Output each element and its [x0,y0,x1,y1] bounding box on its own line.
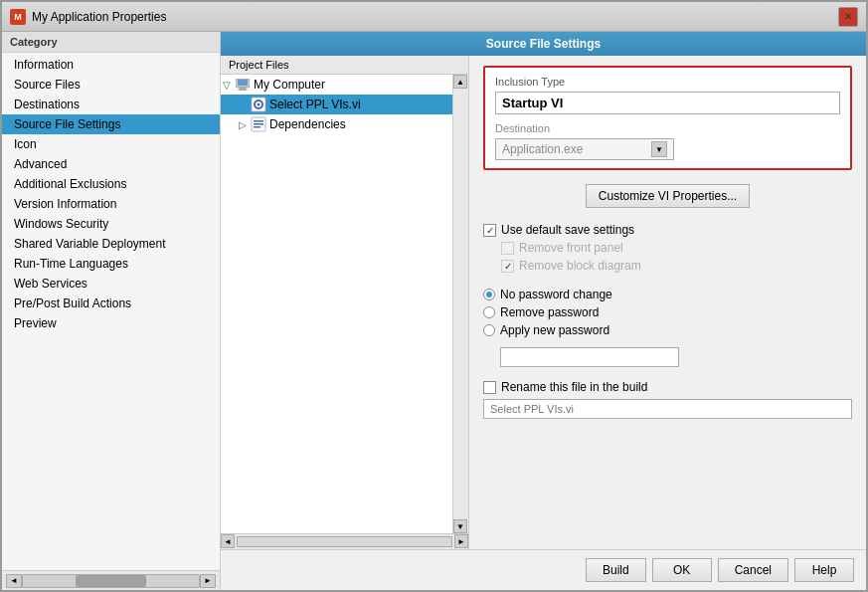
destination-select[interactable]: Application.exe ▼ [495,138,674,160]
project-files-header: Project Files [221,56,468,75]
settings-pane: Inclusion Type Startup VI Destination Ap… [469,56,866,549]
svg-rect-3 [238,90,248,91]
startup-vi-value: Startup VI [495,92,840,114]
sidebar-item-icon[interactable]: Icon [2,134,220,154]
rename-label: Rename this file in the build [501,380,647,394]
password-radio-group: No password change Remove password Apply… [483,288,852,337]
h-scroll-track[interactable] [237,536,452,547]
rename-checkbox[interactable] [483,381,496,394]
expand-icon: ▽ [223,80,233,91]
bottom-scroll-area: ◄ ► [221,533,468,549]
dependencies-icon [251,116,266,132]
use-default-save-checkbox[interactable] [483,224,496,237]
ok-button[interactable]: OK [652,558,712,582]
close-button[interactable]: ✕ [838,7,858,27]
dependencies-label: Dependencies [269,117,346,131]
destination-dropdown-button[interactable]: ▼ [651,141,667,157]
cancel-button[interactable]: Cancel [718,558,788,582]
sidebar: Category Information Source Files Destin… [2,32,221,590]
project-files-container: ▽ My Computer [221,75,468,533]
svg-rect-11 [254,126,260,128]
tree-item-dependencies[interactable]: ▷ Dependencies [221,114,452,134]
password-input[interactable] [500,347,679,367]
remove-front-panel-checkbox[interactable] [501,242,514,255]
sidebar-item-pre-post-build-actions[interactable]: Pre/Post Build Actions [2,294,220,313]
tree-item-my-computer[interactable]: ▽ My Computer [221,75,452,95]
sidebar-item-web-services[interactable]: Web Services [2,274,220,294]
project-files-tree: ▽ My Computer [221,75,452,533]
panel-header: Source File Settings [221,32,866,56]
sidebar-item-additional-exclusions[interactable]: Additional Exclusions [2,174,220,194]
sidebar-header: Category [2,32,220,53]
close-icon: ✕ [844,11,852,22]
tree-item-select-ppl[interactable]: ▷ Select PPL VIs.vi [221,95,452,114]
application-window: M My Application Properties ✕ Category I… [0,0,868,592]
app-icon: M [10,9,26,25]
apply-new-password-row: Apply new password [483,323,852,337]
apply-new-password-radio[interactable] [483,324,495,336]
dep-expand: ▷ [239,119,249,130]
svg-rect-10 [254,123,263,125]
svg-rect-2 [240,88,246,90]
scroll-left-arrow[interactable]: ◄ [221,534,235,548]
sidebar-item-version-information[interactable]: Version Information [2,194,220,214]
main-content: Category Information Source Files Destin… [2,32,866,590]
no-password-radio[interactable] [483,289,495,300]
inclusion-type-label: Inclusion Type [495,76,840,88]
sidebar-item-source-file-settings[interactable]: Source File Settings [2,114,220,134]
sidebar-scrollbar[interactable] [22,574,200,588]
rename-section: Rename this file in the build [483,379,852,419]
customize-vi-properties-button[interactable]: Customize VI Properties... [586,184,750,208]
sidebar-item-destinations[interactable]: Destinations [2,95,220,114]
svg-point-7 [258,103,260,106]
destination-value: Application.exe [502,142,651,156]
remove-password-radio[interactable] [483,306,495,318]
sidebar-item-shared-variable-deployment[interactable]: Shared Variable Deployment [2,234,220,254]
window-title: My Application Properties [32,10,838,24]
svg-rect-1 [238,80,248,86]
scroll-track[interactable] [453,89,467,519]
scroll-down-arrow[interactable]: ▼ [453,519,467,533]
computer-icon [235,77,251,93]
scroll-up-arrow[interactable]: ▲ [453,75,467,89]
help-button[interactable]: Help [794,558,854,582]
project-files-scrollbar: ▲ ▼ [452,75,468,533]
sidebar-scroll-thumb [76,575,146,587]
project-files-pane: Project Files ▽ [221,56,469,549]
remove-block-diagram-row: Remove block diagram [483,258,852,274]
dropdown-arrow-icon: ▼ [655,145,663,154]
inclusion-type-box: Inclusion Type Startup VI Destination Ap… [483,66,852,170]
rename-input[interactable] [483,399,852,419]
scroll-right-arrow[interactable]: ► [454,534,468,548]
use-default-save-label: Use default save settings [501,223,634,237]
title-bar: M My Application Properties ✕ [2,2,866,32]
destination-label: Destination [495,122,840,134]
sidebar-item-advanced[interactable]: Advanced [2,154,220,174]
apply-new-password-label: Apply new password [500,323,609,337]
sidebar-scrollbar-area: ◄ ► [2,570,220,590]
sidebar-scroll-left[interactable]: ◄ [6,574,22,588]
remove-front-panel-row: Remove front panel [483,240,852,256]
rename-checkbox-row: Rename this file in the build [483,379,852,395]
sidebar-item-run-time-languages[interactable]: Run-Time Languages [2,254,220,274]
project-files-title: Project Files [229,59,289,71]
no-password-label: No password change [500,288,612,301]
sidebar-list: Information Source Files Destinations So… [2,53,220,570]
remove-block-diagram-checkbox[interactable] [501,260,514,273]
remove-password-row: Remove password [483,305,852,319]
no-password-row: No password change [483,288,852,301]
sidebar-item-information[interactable]: Information [2,55,220,75]
right-panel: Source File Settings Project Files ▽ [221,32,866,590]
sidebar-scroll-right[interactable]: ► [200,574,216,588]
sidebar-item-source-files[interactable]: Source Files [2,75,220,95]
build-button[interactable]: Build [586,558,646,582]
arrow-up-icon: ▲ [456,78,464,87]
sidebar-item-windows-security[interactable]: Windows Security [2,214,220,234]
remove-front-panel-label: Remove front panel [519,241,623,255]
vi-file-icon [251,97,266,112]
bottom-bar: Build OK Cancel Help [221,549,866,590]
remove-block-diagram-label: Remove block diagram [519,259,641,273]
customize-row: Customize VI Properties... [483,184,852,208]
use-default-save-row: Use default save settings [483,222,852,238]
sidebar-item-preview[interactable]: Preview [2,313,220,333]
